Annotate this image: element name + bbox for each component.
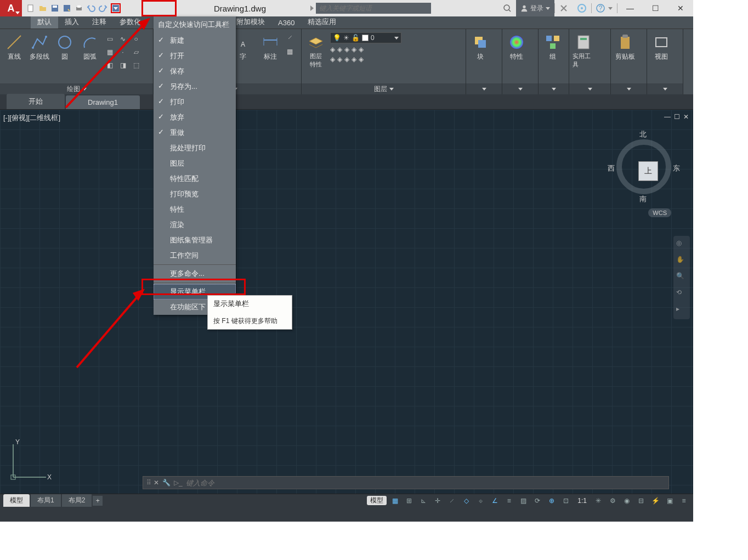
panel-layers-title[interactable]: 图层 [302, 83, 466, 94]
maximize-button[interactable]: ☐ [643, 0, 668, 16]
status-annoscale[interactable]: 1:1 [574, 497, 590, 505]
search-input[interactable] [316, 3, 431, 14]
tool-polyline[interactable]: 多段线 [29, 31, 50, 61]
nav-wheel-icon[interactable]: ◎ [676, 239, 687, 250]
qat-new-icon[interactable] [25, 3, 36, 14]
qat-mi-layer[interactable]: 图层 [154, 156, 236, 171]
cmdline-grip-icon[interactable]: ⠿ [146, 479, 150, 487]
layer-tool3-icon[interactable]: ◈ [344, 46, 349, 53]
layer-tool8-icon[interactable]: ◈ [344, 55, 349, 63]
panel-props-title[interactable] [502, 83, 538, 94]
tool-group[interactable]: 组 [542, 31, 564, 61]
status-transparency-icon[interactable]: ▨ [517, 495, 529, 506]
vp-minimize-icon[interactable]: — [664, 113, 671, 121]
file-tab-start[interactable]: 开始 [7, 94, 65, 109]
ribbon-tab-default[interactable]: 默认 [31, 15, 58, 29]
qat-mi-undo[interactable]: 放弃 [154, 110, 236, 125]
viewport-label[interactable]: [-][俯视][二维线框] [3, 113, 60, 123]
tool-layer-properties[interactable]: 图层 特性 [305, 31, 327, 69]
status-grid-icon[interactable]: ▦ [389, 495, 401, 506]
layer-tool4-icon[interactable]: ◈ [352, 46, 356, 53]
status-iso-icon[interactable]: ⟋ [446, 495, 458, 506]
vp-maximize-icon[interactable]: ☐ [674, 113, 680, 121]
tool-block[interactable]: 块 [469, 31, 491, 61]
qat-mi-plotpreview[interactable]: 打印预览 [154, 186, 236, 202]
qat-mi-sheetset[interactable]: 图纸集管理器 [154, 233, 236, 248]
cmdline-close-icon[interactable]: ✕ [154, 479, 159, 487]
status-tab-layout1[interactable]: 布局1 [31, 494, 61, 507]
tool-arc[interactable]: 圆弧 [79, 31, 101, 61]
qat-mi-open[interactable]: 打开 [154, 48, 236, 64]
panel-util-title[interactable] [569, 83, 610, 94]
status-monitor-icon[interactable]: ◉ [621, 495, 633, 506]
tool-clipboard[interactable]: 剪贴板 [614, 31, 636, 61]
qat-mi-morecmds[interactable]: 更多命令... [154, 266, 236, 281]
qat-print-icon[interactable] [73, 3, 84, 14]
tool-utilities[interactable]: 实用工具 [573, 31, 594, 69]
status-otrack-icon[interactable]: ∠ [489, 495, 501, 506]
app-menu-button[interactable]: A [0, 0, 22, 16]
help-button[interactable]: ? [592, 0, 617, 16]
qat-saveas-icon[interactable] [61, 3, 72, 14]
ribbon-tab-parametric[interactable]: 参数化 [113, 15, 148, 29]
status-isolate-icon[interactable]: ⊟ [635, 495, 647, 506]
nav-orbit-icon[interactable]: ⟲ [676, 289, 687, 299]
layer-tool9-icon[interactable]: ◈ [352, 55, 356, 63]
qat-mi-batchplot[interactable]: 批处理打印 [154, 140, 236, 156]
tool-rect-icon[interactable]: ▭ [104, 33, 115, 44]
layer-tool6-icon[interactable]: ◈ [330, 55, 335, 63]
ribbon-tab-addins[interactable]: 附加模块 [230, 15, 271, 29]
layer-tool5-icon[interactable]: ◈ [359, 46, 364, 53]
tool-dimension[interactable]: 标注 [259, 31, 281, 61]
tool-spline-icon[interactable]: ∿ [117, 33, 128, 44]
status-hardware-icon[interactable]: ⚡ [649, 495, 661, 506]
qat-mi-saveas[interactable]: 另存为... [154, 79, 236, 94]
wcs-badge[interactable]: WCS [648, 208, 671, 217]
status-dyninput-icon[interactable]: ⊕ [546, 495, 558, 506]
tool-more2-icon[interactable]: ◨ [117, 60, 128, 71]
command-line[interactable]: ⠿ ✕ 🔧 ▷_ [143, 476, 669, 489]
layer-tool2-icon[interactable]: ◈ [337, 46, 342, 53]
annot-table-icon[interactable]: ▦ [287, 48, 298, 59]
status-lineweight-icon[interactable]: ≡ [503, 495, 515, 506]
qat-mi-matchprop[interactable]: 特性匹配 [154, 171, 236, 186]
viewcube[interactable]: 北 上 西 东 南 [611, 132, 677, 202]
cmdline-customize-icon[interactable]: 🔧 [162, 479, 171, 487]
status-cycling-icon[interactable]: ⟳ [531, 495, 543, 506]
qat-mi-properties[interactable]: 特性 [154, 202, 236, 217]
layer-tool1-icon[interactable]: ◈ [330, 46, 335, 53]
tool-view[interactable]: 视图 [650, 31, 672, 61]
tool-region-icon[interactable]: ▱ [131, 47, 141, 58]
exchange-icon[interactable] [555, 0, 573, 16]
status-annovis-icon[interactable]: ✳ [592, 495, 604, 506]
status-model-btn[interactable]: 模型 [367, 496, 387, 505]
qat-customize-dropdown[interactable] [111, 3, 121, 13]
status-osnap-icon[interactable]: ◇ [460, 495, 472, 506]
qat-undo-icon[interactable] [86, 3, 97, 14]
command-input[interactable] [186, 479, 665, 487]
nav-pan-icon[interactable]: ✋ [676, 256, 687, 267]
panel-clip-title[interactable] [611, 83, 647, 94]
search-button[interactable] [498, 0, 516, 16]
ribbon-tab-a360[interactable]: A360 [271, 17, 301, 29]
tool-line[interactable]: 直线 [3, 31, 25, 61]
viewcube-top-face[interactable]: 上 [638, 161, 658, 181]
status-3dosnap-icon[interactable]: ⟐ [474, 495, 486, 506]
ribbon-tab-insert[interactable]: 插入 [58, 15, 86, 29]
search-expand-icon[interactable] [310, 5, 314, 11]
tool-point-icon[interactable]: · [117, 47, 128, 58]
qat-mi-redo[interactable]: 重做 [154, 125, 236, 140]
ucs-icon[interactable]: Y X [8, 439, 52, 483]
nav-showmotion-icon[interactable]: ▸ [676, 305, 687, 316]
qat-mi-print[interactable]: 打印 [154, 94, 236, 110]
qat-redo-icon[interactable] [98, 3, 109, 14]
close-button[interactable]: ✕ [668, 0, 693, 16]
file-tab-drawing1[interactable]: Drawing1 [66, 95, 140, 109]
tool-hatch-icon[interactable]: ▦ [104, 47, 115, 58]
panel-draw-title[interactable]: 绘图 [0, 83, 153, 94]
qat-mi-workspace[interactable]: 工作空间 [154, 248, 236, 263]
ribbon-tab-annotate[interactable]: 注释 [86, 15, 113, 29]
status-add-layout[interactable]: + [93, 496, 103, 506]
annot-leader-icon[interactable]: ⟋ [287, 33, 298, 44]
ribbon-tab-featured[interactable]: 精选应用 [301, 15, 343, 29]
